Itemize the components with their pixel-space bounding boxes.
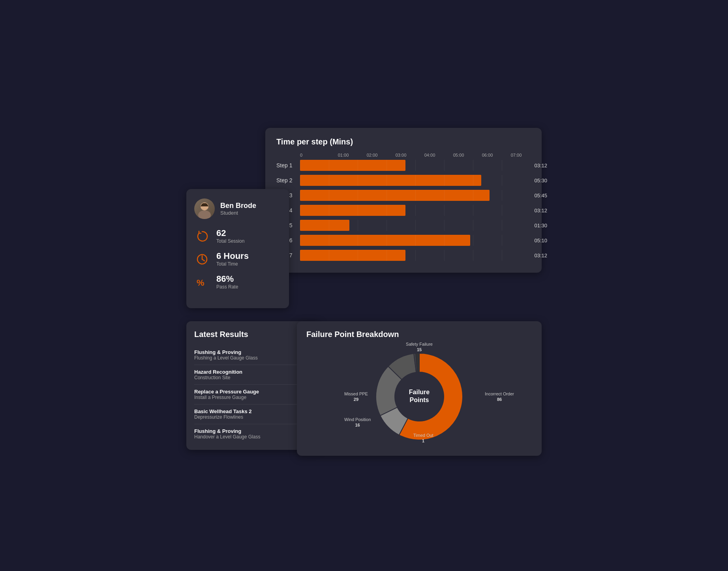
result-sub-1: Construction Site bbox=[194, 375, 302, 380]
profile-info: Ben Brode Student bbox=[220, 202, 256, 216]
result-item-4: Flushing & Proving Handover a Level Gaug… bbox=[194, 424, 313, 444]
result-text-0: Flushing & Proving Flushing a Level Gaug… bbox=[194, 349, 302, 361]
bar-container-2: 05:30 bbox=[300, 175, 531, 186]
grid-line bbox=[473, 220, 502, 231]
grid-line bbox=[473, 235, 502, 246]
bar-value-4: 03:12 bbox=[534, 207, 547, 213]
result-sub-0: Flushing a Level Gauge Glass bbox=[194, 355, 302, 361]
label-ppe: Missed PPE29 bbox=[344, 391, 368, 402]
donut-title: Failure Point Breakdown bbox=[306, 330, 532, 339]
donut-card: Failure Point Breakdown FailurePoints Sa… bbox=[297, 321, 542, 456]
result-title-2: Replace a Pressure Gauge bbox=[194, 389, 302, 395]
bar-value-6: 05:10 bbox=[534, 237, 547, 243]
bar-fill-3 bbox=[300, 190, 490, 201]
results-list: Flushing & Proving Flushing a Level Gaug… bbox=[194, 345, 313, 444]
result-text-1: Hazard Recognition Construction Site bbox=[194, 369, 302, 380]
passrate-label: Pass Rate bbox=[216, 284, 238, 290]
axis-7: 07:00 bbox=[502, 153, 531, 157]
time-label: Total Time bbox=[216, 261, 249, 267]
bar-fill-7 bbox=[300, 250, 405, 261]
result-title-0: Flushing & Proving bbox=[194, 349, 302, 355]
dashboard: Ben Brode Student 62 Total Session bbox=[186, 128, 542, 444]
bar-label-2: Step 2 bbox=[276, 177, 300, 183]
grid-line bbox=[502, 175, 531, 186]
axis-0: 0 bbox=[300, 153, 329, 157]
axis-2: 02:00 bbox=[358, 153, 387, 157]
axis-6: 06:00 bbox=[473, 153, 502, 157]
grid-line bbox=[415, 160, 444, 171]
bar-row-3: Step 3 05:45 bbox=[276, 190, 531, 201]
bar-fill-4 bbox=[300, 205, 405, 216]
sessions-value: 62 bbox=[216, 228, 244, 238]
bar-label-1: Step 1 bbox=[276, 162, 300, 168]
avatar bbox=[194, 198, 215, 219]
bars-container: Step 1 03:12 Step 2 05:30 Step 3 bbox=[276, 160, 531, 261]
bar-value-3: 05:45 bbox=[534, 192, 547, 198]
result-item-2: Replace a Pressure Gauge Install a Press… bbox=[194, 385, 313, 404]
bar-value-5: 01:30 bbox=[534, 222, 547, 228]
sessions-label: Total Session bbox=[216, 238, 244, 244]
axis-1: 01:00 bbox=[329, 153, 358, 157]
result-title-3: Basic Wellhead Tasks 2 bbox=[194, 408, 302, 414]
grid-line bbox=[444, 250, 473, 261]
bar-container-3: 05:45 bbox=[300, 190, 531, 201]
axis-4: 04:00 bbox=[415, 153, 444, 157]
label-timedout: Timed Out1 bbox=[413, 432, 433, 444]
label-safety: Safety Failure15 bbox=[406, 341, 433, 353]
grid-line bbox=[415, 220, 444, 231]
donut-wrapper: FailurePoints Safety Failure15 Missed PP… bbox=[368, 345, 471, 448]
grid-line bbox=[415, 250, 444, 261]
result-sub-3: Depressurize Flowlines bbox=[194, 414, 302, 420]
label-wind: Wind Position16 bbox=[344, 417, 371, 428]
passrate-stat: 86% Pass Rate bbox=[216, 274, 238, 289]
result-title-4: Flushing & Proving bbox=[194, 428, 302, 434]
bar-row-7: Step 7 03:12 bbox=[276, 250, 531, 261]
grid-line bbox=[444, 205, 473, 216]
profile-header: Ben Brode Student bbox=[194, 198, 281, 219]
grid-line bbox=[415, 205, 444, 216]
bar-fill-6 bbox=[300, 235, 470, 246]
bar-row-1: Step 1 03:12 bbox=[276, 160, 531, 171]
result-text-3: Basic Wellhead Tasks 2 Depressurize Flow… bbox=[194, 408, 302, 420]
grid-line bbox=[502, 235, 531, 246]
result-text-4: Flushing & Proving Handover a Level Gaug… bbox=[194, 428, 302, 440]
grid-line bbox=[473, 205, 502, 216]
bar-fill-2 bbox=[300, 175, 481, 186]
donut-content: FailurePoints Safety Failure15 Missed PP… bbox=[306, 345, 532, 448]
axis-3: 03:00 bbox=[387, 153, 415, 157]
grid-line bbox=[502, 190, 531, 201]
stat-sessions: 62 Total Session bbox=[194, 228, 281, 244]
time-icon bbox=[194, 251, 210, 267]
profile-name: Ben Brode bbox=[220, 202, 256, 210]
sessions-stat: 62 Total Session bbox=[216, 228, 244, 243]
bar-value-7: 03:12 bbox=[534, 252, 547, 258]
profile-card: Ben Brode Student 62 Total Session bbox=[186, 189, 289, 308]
result-sub-2: Install a Pressure Gauge bbox=[194, 395, 302, 400]
result-item-3: Basic Wellhead Tasks 2 Depressurize Flow… bbox=[194, 404, 313, 424]
bar-container-1: 03:12 bbox=[300, 160, 531, 171]
grid-line bbox=[502, 250, 531, 261]
bar-row-2: Step 2 05:30 bbox=[276, 175, 531, 186]
result-text-2: Replace a Pressure Gauge Install a Press… bbox=[194, 389, 302, 400]
grid-line bbox=[502, 205, 531, 216]
stat-time: 6 Hours Total Time bbox=[194, 251, 281, 267]
bar-value-2: 05:30 bbox=[534, 177, 547, 183]
result-item-0: Flushing & Proving Flushing a Level Gaug… bbox=[194, 345, 313, 365]
grid-line bbox=[358, 220, 387, 231]
sessions-icon bbox=[194, 228, 210, 244]
profile-role: Student bbox=[220, 210, 256, 216]
bar-fill-1 bbox=[300, 160, 405, 171]
chart-axis: 0 01:00 02:00 03:00 04:00 05:00 06:00 07… bbox=[300, 153, 531, 157]
bar-container-6: 05:10 bbox=[300, 235, 531, 246]
result-sub-4: Handover a Level Gauge Glass bbox=[194, 434, 302, 440]
label-incorrect: Incorrect Order86 bbox=[485, 391, 514, 402]
grid-line bbox=[444, 220, 473, 231]
bar-row-5: Step 5 01:30 bbox=[276, 220, 531, 231]
bar-row-6: Step 6 05:10 bbox=[276, 235, 531, 246]
passrate-icon: % bbox=[194, 274, 210, 290]
bar-fill-5 bbox=[300, 220, 349, 231]
result-title-1: Hazard Recognition bbox=[194, 369, 302, 375]
grid-line bbox=[473, 160, 502, 171]
bar-container-5: 01:30 bbox=[300, 220, 531, 231]
svg-text:%: % bbox=[197, 278, 205, 288]
